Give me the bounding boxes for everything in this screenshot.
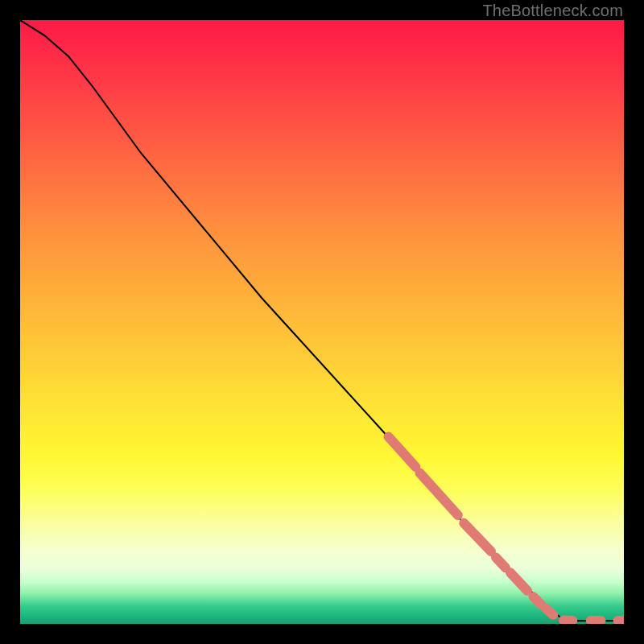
svg-line-6 [546,609,554,615]
curve-layer [20,20,624,624]
main-curve [20,20,624,621]
chart-stage: TheBottleneck.com [0,0,644,644]
marker-dashes [389,437,554,615]
svg-line-4 [510,572,527,591]
attribution-label: TheBottleneck.com [482,2,623,20]
svg-line-1 [420,473,458,516]
svg-line-2 [464,523,491,551]
svg-line-5 [534,597,541,604]
svg-line-0 [389,437,416,468]
plot-area [20,20,624,624]
svg-line-3 [496,558,506,568]
